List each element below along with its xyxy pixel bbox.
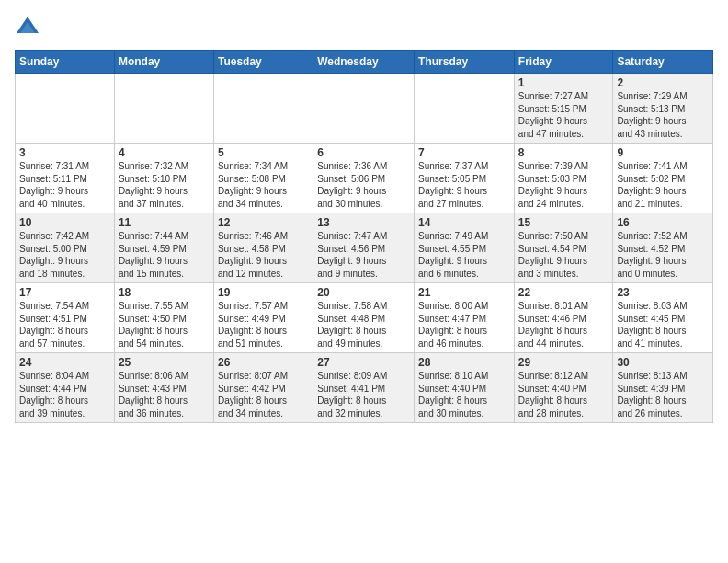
day-info: Sunrise: 7:50 AM Sunset: 4:54 PM Dayligh… xyxy=(518,230,609,280)
weekday-header-saturday: Saturday xyxy=(613,51,713,74)
day-number: 28 xyxy=(418,356,510,369)
calendar-cell: 8Sunrise: 7:39 AM Sunset: 5:03 PM Daylig… xyxy=(514,144,613,213)
day-number: 9 xyxy=(617,146,709,159)
day-info: Sunrise: 8:09 AM Sunset: 4:41 PM Dayligh… xyxy=(317,370,410,419)
day-number: 4 xyxy=(119,146,210,159)
day-number: 16 xyxy=(617,216,709,229)
calendar-cell: 2Sunrise: 7:29 AM Sunset: 5:13 PM Daylig… xyxy=(613,74,713,144)
day-info: Sunrise: 7:54 AM Sunset: 4:51 PM Dayligh… xyxy=(19,300,110,350)
calendar-cell: 19Sunrise: 7:57 AM Sunset: 4:49 PM Dayli… xyxy=(213,283,313,353)
calendar-week-row: 10Sunrise: 7:42 AM Sunset: 5:00 PM Dayli… xyxy=(16,213,713,283)
calendar-cell: 25Sunrise: 8:06 AM Sunset: 4:43 PM Dayli… xyxy=(114,353,213,423)
day-number: 1 xyxy=(518,76,609,89)
day-number: 14 xyxy=(418,216,510,229)
day-number: 10 xyxy=(19,216,110,229)
logo-icon xyxy=(15,15,40,40)
day-number: 26 xyxy=(218,356,309,369)
weekday-header-friday: Friday xyxy=(514,51,613,74)
calendar-cell: 9Sunrise: 7:41 AM Sunset: 5:02 PM Daylig… xyxy=(613,144,713,213)
day-info: Sunrise: 7:37 AM Sunset: 5:05 PM Dayligh… xyxy=(418,160,510,210)
day-info: Sunrise: 7:36 AM Sunset: 5:06 PM Dayligh… xyxy=(317,160,410,210)
day-info: Sunrise: 7:42 AM Sunset: 5:00 PM Dayligh… xyxy=(19,230,110,280)
day-number: 23 xyxy=(617,286,709,299)
day-info: Sunrise: 7:34 AM Sunset: 5:08 PM Dayligh… xyxy=(218,160,309,210)
calendar-cell: 11Sunrise: 7:44 AM Sunset: 4:59 PM Dayli… xyxy=(114,213,213,283)
page: SundayMondayTuesdayWednesdayThursdayFrid… xyxy=(0,0,728,563)
logo xyxy=(15,15,44,40)
day-info: Sunrise: 8:07 AM Sunset: 4:42 PM Dayligh… xyxy=(218,370,309,419)
day-number: 8 xyxy=(518,146,609,159)
calendar-cell xyxy=(415,74,515,144)
day-number: 13 xyxy=(317,216,410,229)
day-number: 25 xyxy=(119,356,210,369)
weekday-header-thursday: Thursday xyxy=(415,51,515,74)
day-number: 20 xyxy=(317,286,410,299)
day-info: Sunrise: 8:04 AM Sunset: 4:44 PM Dayligh… xyxy=(19,370,110,419)
calendar-cell: 23Sunrise: 8:03 AM Sunset: 4:45 PM Dayli… xyxy=(613,283,713,353)
day-info: Sunrise: 7:46 AM Sunset: 4:58 PM Dayligh… xyxy=(218,230,309,280)
day-info: Sunrise: 8:12 AM Sunset: 4:40 PM Dayligh… xyxy=(518,370,609,419)
calendar-cell: 30Sunrise: 8:13 AM Sunset: 4:39 PM Dayli… xyxy=(613,353,713,423)
calendar-cell: 20Sunrise: 7:58 AM Sunset: 4:48 PM Dayli… xyxy=(313,283,415,353)
calendar-cell xyxy=(213,74,313,144)
day-info: Sunrise: 7:27 AM Sunset: 5:15 PM Dayligh… xyxy=(518,90,609,140)
day-info: Sunrise: 8:06 AM Sunset: 4:43 PM Dayligh… xyxy=(119,370,210,419)
calendar-cell: 5Sunrise: 7:34 AM Sunset: 5:08 PM Daylig… xyxy=(213,144,313,213)
weekday-header-wednesday: Wednesday xyxy=(313,51,415,74)
calendar-cell: 15Sunrise: 7:50 AM Sunset: 4:54 PM Dayli… xyxy=(514,213,613,283)
day-info: Sunrise: 7:39 AM Sunset: 5:03 PM Dayligh… xyxy=(518,160,609,210)
calendar-week-row: 17Sunrise: 7:54 AM Sunset: 4:51 PM Dayli… xyxy=(16,283,713,353)
calendar-header: SundayMondayTuesdayWednesdayThursdayFrid… xyxy=(16,51,713,74)
calendar-cell xyxy=(313,74,415,144)
day-info: Sunrise: 7:47 AM Sunset: 4:56 PM Dayligh… xyxy=(317,230,410,280)
calendar-cell: 17Sunrise: 7:54 AM Sunset: 4:51 PM Dayli… xyxy=(16,283,115,353)
calendar-week-row: 24Sunrise: 8:04 AM Sunset: 4:44 PM Dayli… xyxy=(16,353,713,423)
calendar-cell: 24Sunrise: 8:04 AM Sunset: 4:44 PM Dayli… xyxy=(16,353,115,423)
calendar-cell: 14Sunrise: 7:49 AM Sunset: 4:55 PM Dayli… xyxy=(415,213,515,283)
day-number: 2 xyxy=(617,76,709,89)
day-info: Sunrise: 8:10 AM Sunset: 4:40 PM Dayligh… xyxy=(418,370,510,419)
day-info: Sunrise: 8:03 AM Sunset: 4:45 PM Dayligh… xyxy=(617,300,709,350)
calendar-table: SundayMondayTuesdayWednesdayThursdayFrid… xyxy=(15,50,713,423)
calendar-cell: 26Sunrise: 8:07 AM Sunset: 4:42 PM Dayli… xyxy=(213,353,313,423)
weekday-header-tuesday: Tuesday xyxy=(213,51,313,74)
weekday-header-sunday: Sunday xyxy=(16,51,115,74)
day-info: Sunrise: 7:31 AM Sunset: 5:11 PM Dayligh… xyxy=(19,160,110,210)
calendar-cell: 16Sunrise: 7:52 AM Sunset: 4:52 PM Dayli… xyxy=(613,213,713,283)
calendar-week-row: 1Sunrise: 7:27 AM Sunset: 5:15 PM Daylig… xyxy=(16,74,713,144)
day-number: 5 xyxy=(218,146,309,159)
day-info: Sunrise: 7:58 AM Sunset: 4:48 PM Dayligh… xyxy=(317,300,410,350)
day-number: 6 xyxy=(317,146,410,159)
calendar-cell: 13Sunrise: 7:47 AM Sunset: 4:56 PM Dayli… xyxy=(313,213,415,283)
day-info: Sunrise: 8:00 AM Sunset: 4:47 PM Dayligh… xyxy=(418,300,510,350)
day-number: 3 xyxy=(19,146,110,159)
day-number: 21 xyxy=(418,286,510,299)
calendar-cell: 3Sunrise: 7:31 AM Sunset: 5:11 PM Daylig… xyxy=(16,144,115,213)
day-number: 19 xyxy=(218,286,309,299)
day-number: 30 xyxy=(617,356,709,369)
day-info: Sunrise: 7:55 AM Sunset: 4:50 PM Dayligh… xyxy=(119,300,210,350)
day-number: 18 xyxy=(119,286,210,299)
calendar-cell xyxy=(114,74,213,144)
calendar-cell: 7Sunrise: 7:37 AM Sunset: 5:05 PM Daylig… xyxy=(415,144,515,213)
calendar-cell: 12Sunrise: 7:46 AM Sunset: 4:58 PM Dayli… xyxy=(213,213,313,283)
calendar-cell: 22Sunrise: 8:01 AM Sunset: 4:46 PM Dayli… xyxy=(514,283,613,353)
day-number: 24 xyxy=(19,356,110,369)
day-number: 27 xyxy=(317,356,410,369)
calendar-body: 1Sunrise: 7:27 AM Sunset: 5:15 PM Daylig… xyxy=(16,74,713,423)
day-number: 22 xyxy=(518,286,609,299)
calendar-cell: 1Sunrise: 7:27 AM Sunset: 5:15 PM Daylig… xyxy=(514,74,613,144)
day-info: Sunrise: 7:57 AM Sunset: 4:49 PM Dayligh… xyxy=(218,300,309,350)
calendar-cell: 6Sunrise: 7:36 AM Sunset: 5:06 PM Daylig… xyxy=(313,144,415,213)
calendar-cell: 18Sunrise: 7:55 AM Sunset: 4:50 PM Dayli… xyxy=(114,283,213,353)
day-number: 17 xyxy=(19,286,110,299)
day-info: Sunrise: 7:32 AM Sunset: 5:10 PM Dayligh… xyxy=(119,160,210,210)
day-number: 15 xyxy=(518,216,609,229)
calendar-cell: 29Sunrise: 8:12 AM Sunset: 4:40 PM Dayli… xyxy=(514,353,613,423)
header xyxy=(15,15,713,40)
day-number: 11 xyxy=(119,216,210,229)
day-number: 7 xyxy=(418,146,510,159)
calendar-cell: 27Sunrise: 8:09 AM Sunset: 4:41 PM Dayli… xyxy=(313,353,415,423)
day-info: Sunrise: 7:29 AM Sunset: 5:13 PM Dayligh… xyxy=(617,90,709,140)
calendar-cell: 10Sunrise: 7:42 AM Sunset: 5:00 PM Dayli… xyxy=(16,213,115,283)
